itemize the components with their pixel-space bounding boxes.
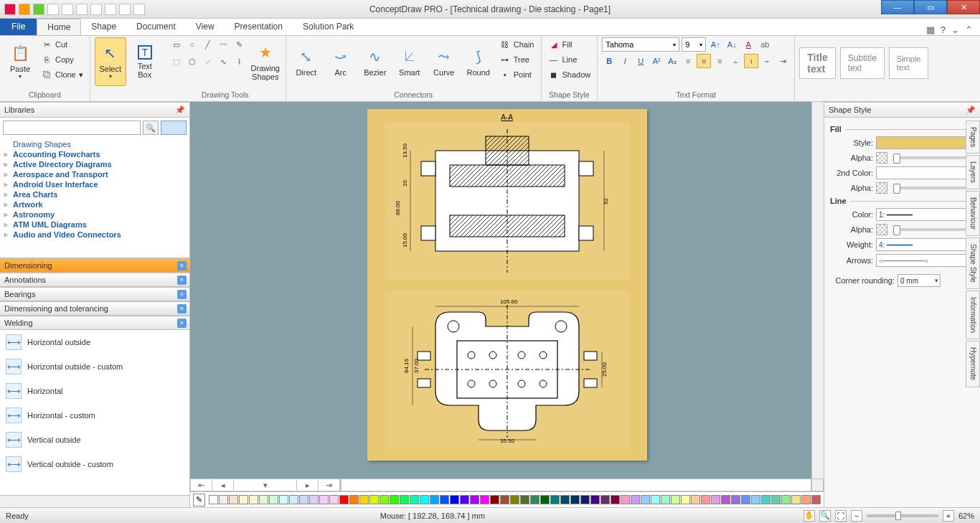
qat-icon[interactable] xyxy=(4,4,16,15)
color-swatch[interactable] xyxy=(319,495,329,504)
paste-button[interactable]: 📋 Paste▾ xyxy=(4,37,36,86)
select-button[interactable]: ↖ Select▾ xyxy=(95,37,126,86)
curve-tool-icon[interactable]: 〰 xyxy=(217,37,231,52)
file-tab[interactable]: File xyxy=(0,19,37,35)
maximize-button[interactable]: ▭ xyxy=(914,0,947,14)
color-swatch[interactable] xyxy=(490,495,499,504)
color-swatch[interactable] xyxy=(269,495,278,504)
fill-button[interactable]: ◢Fill xyxy=(546,37,593,52)
side-tab[interactable]: Hypernote xyxy=(966,341,980,387)
tab-last-icon[interactable]: ⇥ xyxy=(319,479,340,491)
subtitle-text-style[interactable]: Subtitle text xyxy=(840,47,885,79)
font-combo[interactable]: Tahoma▾ xyxy=(602,37,679,52)
color-swatch[interactable] xyxy=(359,495,369,504)
canvas-hscroll[interactable] xyxy=(341,479,811,491)
qat-redo-icon[interactable] xyxy=(90,4,102,15)
page-tabs[interactable]: ⇤ ◂ ▾ ▸ ⇥ xyxy=(190,479,341,491)
color-swatch[interactable] xyxy=(440,495,449,504)
connector-bezier[interactable]: ∿Bezier xyxy=(359,37,391,86)
grow-font-icon[interactable]: A↑ xyxy=(708,37,722,52)
tab-next-icon[interactable]: ▸ xyxy=(297,479,319,491)
shape-item[interactable]: ⟷Horizontal outside xyxy=(0,330,189,354)
color-swatch[interactable] xyxy=(600,495,610,504)
color-swatch[interactable] xyxy=(560,495,570,504)
color-swatch[interactable] xyxy=(339,495,349,504)
tab-home[interactable]: Home xyxy=(37,19,81,35)
library-tree-item[interactable]: Drawing Shapes xyxy=(3,139,187,149)
tool-icon[interactable]: ⬡ xyxy=(185,55,199,69)
arrows-combo[interactable]: ○────────○ xyxy=(876,254,974,267)
qat-save-icon[interactable] xyxy=(62,4,73,15)
color-swatch[interactable] xyxy=(550,495,560,504)
color-swatch[interactable] xyxy=(701,495,710,504)
close-icon[interactable]: × xyxy=(177,290,187,299)
tab-prev-icon[interactable]: ◂ xyxy=(212,479,234,491)
color-swatch[interactable] xyxy=(721,495,730,504)
zoom-slider[interactable] xyxy=(867,514,938,517)
color-swatch[interactable] xyxy=(390,495,399,504)
tab-presentation[interactable]: Presentation xyxy=(225,19,293,35)
tab-first-icon[interactable]: ⇤ xyxy=(191,479,212,491)
drawing-shapes-button[interactable]: ★ Drawing Shapes xyxy=(250,37,281,86)
color-swatch[interactable] xyxy=(289,495,298,504)
side-tab[interactable]: Behaviour xyxy=(966,191,980,236)
eyedropper-icon[interactable]: ✎ xyxy=(193,494,205,506)
color-swatch[interactable] xyxy=(400,495,409,504)
close-button[interactable]: ✕ xyxy=(947,0,980,14)
shape-item[interactable]: ⟷Horizontal - custom xyxy=(0,403,189,428)
color-swatch[interactable] xyxy=(811,495,821,504)
tab-document[interactable]: Document xyxy=(126,19,186,35)
tool-icon[interactable]: ⌇ xyxy=(232,55,247,69)
color-swatch[interactable] xyxy=(309,495,319,504)
library-tree-item[interactable]: Audio and Video Connectors xyxy=(3,230,187,240)
line-alpha-slider[interactable] xyxy=(893,228,971,231)
qat-icon[interactable] xyxy=(33,4,44,15)
library-tree-item[interactable]: Artwork xyxy=(3,199,187,209)
fontsize-combo[interactable]: 9▾ xyxy=(682,37,706,52)
subscript-icon[interactable]: A₂ xyxy=(665,54,679,68)
title-text-style[interactable]: Title text xyxy=(799,47,836,79)
tree-button[interactable]: ⊶Tree xyxy=(497,52,537,67)
pin-icon[interactable]: 📌 xyxy=(966,105,976,115)
rounding-input[interactable]: 0 mm xyxy=(897,274,941,287)
color-swatch[interactable] xyxy=(420,495,429,504)
color-swatch[interactable] xyxy=(590,495,600,504)
chevron-down-icon[interactable]: ⌄ xyxy=(951,24,959,35)
qat-icon[interactable] xyxy=(119,4,131,15)
color-swatch[interactable] xyxy=(731,495,740,504)
chevron-up-icon[interactable]: ⌃ xyxy=(965,24,973,35)
bold-icon[interactable]: B xyxy=(602,54,616,68)
library-tree-item[interactable]: Area Charts xyxy=(3,189,187,199)
connector-direct[interactable]: ⤡Direct xyxy=(291,37,322,86)
category-strip[interactable]: Dimensioning and tolerancing× xyxy=(0,301,189,316)
color-swatch[interactable] xyxy=(530,495,540,504)
line-color-combo[interactable]: 1: ━━━━━━ xyxy=(876,208,974,221)
color-swatch[interactable] xyxy=(219,495,228,504)
color-swatch[interactable] xyxy=(661,495,670,504)
alpha2-check[interactable] xyxy=(876,182,887,194)
canvas-vscroll[interactable] xyxy=(811,102,824,479)
color-swatch[interactable] xyxy=(681,495,690,504)
connector-smart[interactable]: ⟀Smart xyxy=(394,37,425,86)
color-swatch[interactable] xyxy=(450,495,459,504)
align-right-icon[interactable]: ≡ xyxy=(712,54,727,68)
qat-undo-icon[interactable] xyxy=(76,4,88,15)
tool-icon[interactable]: ⟋ xyxy=(201,55,215,69)
color-swatch[interactable] xyxy=(249,495,258,504)
zoom-out-icon[interactable]: − xyxy=(851,510,862,522)
align-center-icon[interactable]: ≡ xyxy=(697,54,711,68)
color-swatch[interactable] xyxy=(631,495,640,504)
library-tree-item[interactable]: Accounting Flowcharts xyxy=(3,149,187,159)
cut-button[interactable]: ✂Cut xyxy=(39,37,85,52)
tab-solution-park[interactable]: Solution Park xyxy=(293,19,364,35)
color-swatch[interactable] xyxy=(570,495,580,504)
shadow-button[interactable]: ◼Shadow xyxy=(546,67,593,82)
color-swatch[interactable] xyxy=(671,495,680,504)
textbox-button[interactable]: T Text Box xyxy=(129,37,161,86)
canvas-viewport[interactable]: A-A 13.50 20 xyxy=(190,102,824,479)
style-icon[interactable]: ▦ xyxy=(926,24,935,35)
category-strip[interactable]: Annotations× xyxy=(0,273,189,287)
color-swatch[interactable] xyxy=(229,495,238,504)
color-swatch[interactable] xyxy=(641,495,650,504)
close-icon[interactable]: × xyxy=(177,319,187,328)
